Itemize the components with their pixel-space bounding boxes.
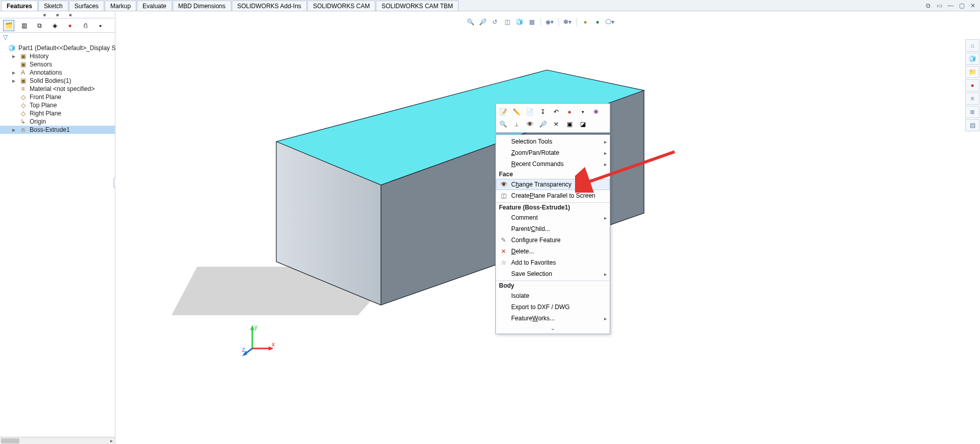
taskpane-forum-icon[interactable]: ≣ (965, 106, 979, 118)
property-manager-tab[interactable]: ▥ (18, 20, 30, 31)
tab-mbd[interactable]: MBD Dimensions (173, 1, 231, 11)
select-other-icon[interactable]: ▣ (564, 119, 575, 129)
zoom-icon[interactable]: 🔎 (538, 119, 548, 129)
appearance-dropdown-icon[interactable]: ▾ (578, 107, 588, 117)
menu-delete[interactable]: ✕Delete... (496, 246, 610, 257)
command-manager-tabs: Features Sketch Surfaces Markup Evaluate… (0, 0, 980, 11)
tree-material[interactable]: ≡Material <not specified> (0, 85, 115, 93)
tree-history[interactable]: ▸▣History (0, 52, 115, 60)
menu-expand-icon[interactable]: ⌄ (496, 324, 610, 333)
tree-solidbodies[interactable]: ▸▣Solid Bodies(1) (0, 77, 115, 85)
menu-change-transparency[interactable]: 👁️Change Transparency (496, 179, 610, 190)
tab-cam[interactable]: SOLIDWORKS CAM (307, 1, 375, 11)
zoom-area-icon[interactable]: 🔎 (478, 17, 487, 27)
apply-scene-icon[interactable]: ● (581, 17, 590, 27)
taskpane-properties-icon[interactable]: 📁 (965, 66, 979, 78)
tree-annotations[interactable]: ▸AAnnotations (0, 68, 115, 77)
feature-manager-tab[interactable]: 🗂️ (3, 20, 14, 31)
window-minimize-icon[interactable]: — (946, 2, 954, 10)
tab-evaluate[interactable]: Evaluate (137, 1, 172, 11)
zoom-to-selection-icon[interactable]: 🔍 (498, 119, 508, 129)
zoom-fit-icon[interactable]: 🔍 (466, 17, 475, 27)
menu-add-favorites[interactable]: ☆Add to Favorites (496, 257, 610, 268)
menu-configure-feature[interactable]: ✎Configure Feature (496, 235, 610, 246)
task-pane: ⌂ 🧊 📁 ● ≡ ≣ ▤ (965, 39, 980, 132)
appearance-icon[interactable]: ● (564, 107, 575, 117)
tree-filter[interactable]: ▽ (0, 33, 115, 43)
cam-manager-tab[interactable]: ⎙ (80, 20, 91, 31)
heads-up-toolbar: 🔍 🔎 ↺ ◫ 🧊 ▦ ◉▾ ✽▾ ● ● 🖵▾ (466, 17, 614, 27)
taskpane-library-icon[interactable]: ≡ (965, 92, 979, 105)
normal-to-icon[interactable]: ⟂ (511, 119, 521, 129)
window-maximize-icon[interactable]: ▢ (958, 2, 966, 10)
manager-tabs: 🗂️ ▥ ⧉ ◈ ● ⎙ ▸ (0, 18, 115, 33)
render-tools-icon[interactable]: ● (593, 17, 602, 27)
hide-show-icon[interactable]: ◉▾ (545, 17, 554, 27)
display-style-icon[interactable]: ▦ (527, 17, 536, 27)
menu-save-selection[interactable]: Save Selection (496, 268, 610, 279)
context-menu: Selection Tools Zoom/Pan/Rotate Recent C… (495, 134, 610, 334)
part-icon: 🧊 (8, 44, 15, 52)
tree-top-plane[interactable]: ◇Top Plane (0, 101, 115, 109)
tab-camtbm[interactable]: SOLIDWORKS CAM TBM (376, 1, 459, 11)
configuration-manager-tab[interactable]: ⧉ (34, 20, 45, 31)
previous-view-icon[interactable]: ↺ (490, 17, 499, 27)
taskpane-appearances-icon[interactable]: ● (965, 79, 979, 91)
menu-recent-commands[interactable]: Recent Commands (496, 158, 610, 170)
feature-properties-icon[interactable]: 📄 (524, 107, 535, 117)
window-close-icon[interactable]: ✕ (969, 2, 977, 10)
taskpane-resources-icon[interactable]: 🧊 (965, 53, 979, 65)
menu-section-body: Body (496, 281, 610, 290)
taskpane-views-icon[interactable]: ▤ (965, 119, 979, 131)
svg-text:y: y (254, 323, 257, 331)
edit-feature-icon[interactable]: 📝 (498, 107, 508, 117)
hide-icon[interactable]: 👁️ (524, 119, 535, 129)
appearance2-icon[interactable]: ✺ (591, 107, 601, 117)
tree-front-plane[interactable]: ◇Front Plane (0, 93, 115, 101)
tree-sensors[interactable]: ▣Sensors (0, 60, 115, 68)
tab-markup[interactable]: Markup (105, 1, 136, 11)
change-transparency-icon[interactable]: ◪ (578, 119, 588, 129)
menu-isolate[interactable]: Isolate (496, 290, 610, 301)
panel-grip[interactable]: ●●● (0, 11, 115, 18)
tab-surfaces[interactable]: Surfaces (69, 1, 104, 11)
tree-hscroll[interactable]: ◂▸ (0, 437, 115, 444)
taskpane-home-icon[interactable]: ⌂ (965, 39, 979, 52)
menu-zoom-pan-rotate[interactable]: Zoom/Pan/Rotate (496, 147, 610, 158)
menu-selection-tools[interactable]: Selection Tools (496, 136, 610, 147)
edit-sketch-icon[interactable]: ✏️ (511, 107, 521, 117)
tab-addins[interactable]: SOLIDWORKS Add-Ins (232, 1, 307, 11)
rollback-icon[interactable]: ↶ (551, 107, 561, 117)
tab-sketch[interactable]: Sketch (38, 1, 68, 11)
svg-text:z: z (242, 346, 245, 353)
feature-tree: 🧊 Part1 (Default<<Default>_Display S ▸▣H… (0, 43, 115, 135)
tree-right-plane[interactable]: ◇Right Plane (0, 109, 115, 118)
tree-boss-extrude1[interactable]: ▸⎋Boss-Extrude1 (0, 126, 115, 134)
menu-create-plane-parallel[interactable]: ◫Create Plane Parallel to Screen (496, 190, 610, 201)
menu-featureworks[interactable]: FeatureWorks... (496, 313, 610, 324)
view-triad[interactable]: y x z (242, 323, 278, 359)
cam-tab-chevron[interactable]: ▸ (95, 20, 106, 31)
menu-export-dxf[interactable]: Export to DXF / DWG (496, 301, 610, 313)
edit-appearance-icon[interactable]: ✽▾ (563, 17, 572, 27)
section-view-icon[interactable]: ◫ (503, 17, 512, 27)
menu-parent-child[interactable]: Parent/Child... (496, 223, 610, 235)
svg-text:x: x (272, 341, 275, 348)
isolate-icon[interactable]: ⤧ (551, 119, 561, 129)
tree-root[interactable]: 🧊 Part1 (Default<<Default>_Display S (0, 44, 115, 52)
display-manager-tab[interactable]: ● (64, 20, 76, 31)
view-settings-icon[interactable]: 🖵▾ (605, 17, 614, 27)
tree-origin[interactable]: ↳Origin (0, 118, 115, 126)
panel-expand-icon[interactable]: ▭ (935, 2, 943, 10)
view-orientation-icon[interactable]: 🧊 (515, 17, 524, 27)
tab-features[interactable]: Features (1, 1, 38, 11)
menu-comment[interactable]: Comment (496, 212, 610, 223)
plane-icon: ◫ (499, 192, 508, 199)
dimxpert-manager-tab[interactable]: ◈ (49, 20, 60, 31)
panel-collapse-icon[interactable]: ⧉ (924, 2, 932, 10)
context-toolbar: 📝 ✏️ 📄 ↧ ↶ ● ▾ ✺ 🔍 ⟂ 👁️ 🔎 ⤧ ▣ ◪ (495, 103, 610, 133)
menu-section-face: Face (496, 170, 610, 179)
window-buttons: ⧉ ▭ — ▢ ✕ (924, 2, 980, 10)
suppress-icon[interactable]: ↧ (538, 107, 548, 117)
graphics-viewport[interactable]: 🔍 🔎 ↺ ◫ 🧊 ▦ ◉▾ ✽▾ ● ● 🖵▾ 📝 ✏️ 📄 ↧ ↶ ● ▾ … (115, 11, 965, 444)
